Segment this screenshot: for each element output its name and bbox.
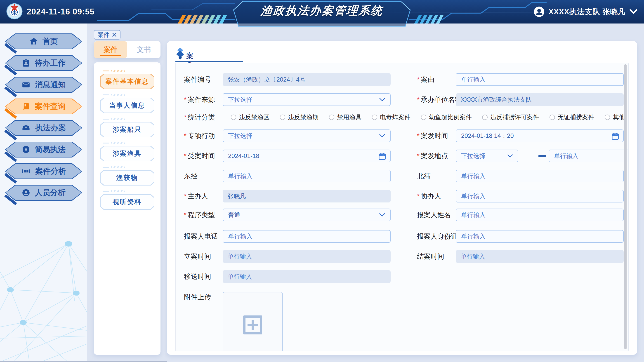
chevron-down-icon (630, 9, 637, 14)
radio-icon (372, 114, 377, 120)
nav-decoration (103, 190, 125, 192)
incident-time-datepicker[interactable]: 2024-01-18 14：20 (456, 130, 624, 142)
field-label: *统计分类 (184, 111, 215, 124)
radio-icon (329, 114, 334, 120)
stat-class-radio-group: 违反禁渔区 违反禁渔期 禁用渔具 电毒炸案件 幼鱼超比例案件 违反捕捞许可案件 … (231, 111, 625, 124)
open-tab-case[interactable]: 案件 (94, 30, 120, 40)
case-source-select[interactable]: 下拉选择 (223, 93, 390, 106)
plus-icon (243, 316, 262, 334)
app-header: 2024-11-16 09:55 渔政执法办案 (0, 0, 644, 24)
close-icon[interactable] (112, 32, 117, 37)
reporter-id-value[interactable] (461, 233, 618, 240)
unit-name-value (461, 96, 619, 103)
user-menu[interactable]: XXXX执法支队 张晓凡 (534, 0, 637, 24)
sidebar-item-case-query[interactable]: 案件查询 (5, 98, 82, 114)
sidebar-item-case-analysis[interactable]: 案件分析 (5, 163, 82, 179)
nav-involved-gear[interactable]: 涉案渔具 (100, 146, 154, 161)
radio-option-6[interactable]: 违反捕捞许可案件 (482, 113, 539, 121)
sidebar-item-enforcement[interactable]: 执法办案 (5, 120, 82, 136)
case-number-input (223, 73, 390, 86)
sidebar-item-label: 消息通知 (35, 80, 66, 90)
horizontal-scrollbar[interactable] (0, 361, 167, 362)
app-title: 渔政执法办案管理系统 (232, 3, 412, 18)
reporter-name-value[interactable] (461, 212, 618, 218)
radio-option-4[interactable]: 电毒炸案件 (372, 113, 410, 121)
radio-icon (550, 114, 555, 120)
incident-place-input[interactable] (548, 150, 629, 162)
field-label: 案件编号 (184, 73, 211, 86)
case-number-value (228, 76, 386, 83)
latitude-input[interactable] (456, 170, 624, 182)
nav-catch[interactable]: 渔获物 (100, 170, 154, 186)
nav-involved-vessels[interactable]: 涉案船只 (100, 122, 154, 138)
reporter-phone-input[interactable] (223, 230, 390, 243)
sidebar-item-label: 执法办案 (35, 123, 66, 133)
latitude-value[interactable] (461, 173, 618, 180)
user-avatar-icon (534, 6, 544, 17)
case-cause-input[interactable] (456, 73, 624, 86)
reporter-phone-value[interactable] (228, 233, 385, 240)
book-icon (22, 102, 30, 111)
sidebar-item-label: 案件查询 (35, 101, 66, 112)
nav-decoration (103, 118, 125, 120)
radio-option-8[interactable]: 其他 (605, 113, 625, 121)
special-action-select[interactable]: 下拉选择 (223, 130, 390, 142)
co-officer-input[interactable] (456, 190, 624, 202)
field-label: *受案时间 (184, 149, 215, 162)
transfer-time-value (228, 273, 386, 280)
longitude-input[interactable] (223, 170, 390, 182)
range-dash (538, 155, 546, 157)
case-cause-value[interactable] (461, 76, 618, 83)
co-officer-value[interactable] (461, 193, 618, 200)
reporter-name-input[interactable] (456, 208, 624, 221)
sidebar-item-simple-enforcement[interactable]: 简易执法 (5, 142, 82, 158)
sidebar-item-todo[interactable]: 待办工作 (5, 55, 82, 71)
attachment-upload-button[interactable] (223, 292, 283, 351)
lead-officer-input (223, 190, 390, 202)
sidebar-item-messages[interactable]: 消息通知 (5, 77, 82, 93)
chevron-down-icon (379, 98, 385, 102)
radio-option-2[interactable]: 违反禁渔期 (280, 113, 318, 121)
radio-icon (605, 114, 610, 120)
nav-decoration (103, 166, 125, 168)
sidebar-item-label: 简易执法 (35, 144, 66, 155)
person-icon (22, 188, 30, 197)
field-label: *主办人 (184, 190, 208, 203)
reporter-id-input[interactable] (456, 230, 624, 243)
date-value: 2024-01-18 14：20 (461, 132, 514, 140)
section-diamond-icon (175, 47, 185, 61)
tab-case[interactable]: 案件 (94, 41, 127, 58)
nav-decoration (103, 142, 125, 144)
header-right-decoration-icon (409, 0, 546, 25)
sidebar-item-home[interactable]: 首页 (5, 34, 82, 49)
select-placeholder: 下拉选择 (461, 152, 505, 160)
accept-time-datepicker[interactable]: 2024-01-18 (223, 150, 390, 162)
field-label: *专项行动 (184, 129, 215, 142)
sidebar-item-label: 待办工作 (35, 58, 66, 68)
agency-logo-icon (6, 3, 22, 20)
select-placeholder: 下拉选择 (228, 96, 377, 104)
nav-party-info[interactable]: 当事人信息 (100, 98, 154, 113)
sidebar: 首页 待办工作 消息通知 案件查询 (0, 24, 87, 362)
longitude-value[interactable] (228, 173, 385, 180)
radio-option-7[interactable]: 无证捕捞案件 (550, 113, 594, 121)
app-title-banner: 渔政执法办案管理系统 (232, 0, 411, 28)
radio-option-5[interactable]: 幼鱼超比例案件 (421, 113, 472, 121)
closing-time-value (461, 253, 619, 260)
sidebar-item-personnel-analysis[interactable]: 人员分析 (5, 185, 82, 201)
nav-av-materials[interactable]: 视听资料 (100, 194, 154, 210)
vertical-scrollbar[interactable] (624, 64, 626, 349)
nav-case-basic-info[interactable]: 案件基本信息 (100, 74, 154, 89)
case-section-nav: 案件基本信息 当事人信息 涉案船只 涉案渔具 渔获物 视听资料 (94, 62, 160, 355)
procedure-type-select[interactable]: 普通 (223, 208, 390, 221)
incident-place-value[interactable] (554, 152, 629, 160)
field-label: 报案人身份证 (417, 230, 458, 243)
radio-option-1[interactable]: 违反禁渔区 (231, 113, 270, 121)
closing-time-input (456, 250, 624, 263)
field-label: *程序类型 (184, 208, 215, 222)
incident-place-select[interactable]: 下拉选择 (456, 150, 518, 162)
shield-star-icon (22, 145, 30, 154)
radio-option-3[interactable]: 禁用渔具 (329, 113, 362, 121)
police-cap-icon (21, 124, 31, 132)
tab-documents[interactable]: 文书 (127, 41, 161, 58)
